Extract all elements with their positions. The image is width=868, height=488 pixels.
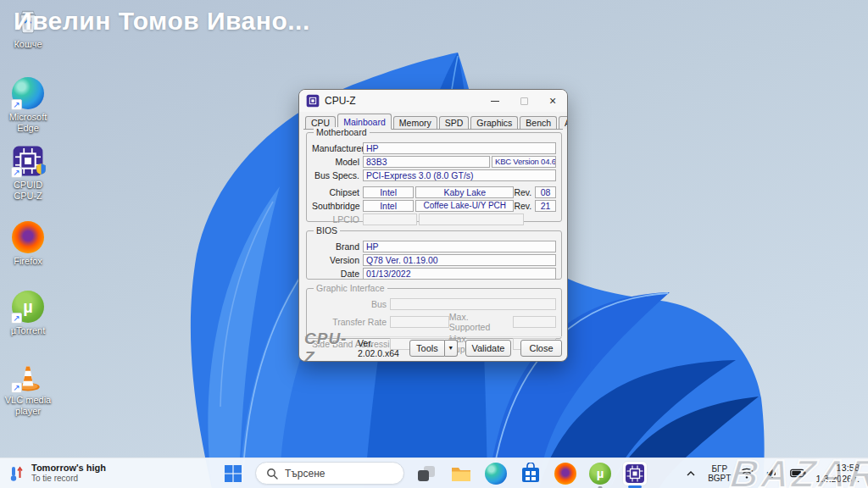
edge-icon: ↗ (11, 76, 45, 110)
close-dialog-button[interactable]: Close (520, 340, 562, 357)
search-box[interactable] (255, 462, 404, 485)
bus-specs-value: PCI-Express 3.0 (8.0 GT/s) (363, 169, 556, 181)
shortcut-arrow-icon: ↗ (11, 99, 22, 110)
utorrent-icon: µ ↗ (11, 290, 45, 324)
language-indicator[interactable]: БГР BGPT (708, 464, 731, 483)
graphic-interface-legend: Graphic Interface (314, 283, 387, 293)
utorrent-glyph: µ (23, 297, 33, 317)
manufacturer-value: HP (363, 142, 556, 154)
firefox-icon (11, 220, 45, 254)
gi-bus-field (390, 298, 556, 310)
minimize-icon (491, 101, 499, 102)
chipset-name-value: Kaby Lake (415, 186, 514, 198)
taskbar-microsoft-store[interactable] (518, 461, 543, 486)
gi-transfer-rate-field (390, 316, 449, 328)
keyboard-layout-code: BGPT (708, 474, 731, 483)
active-window-indicator (628, 485, 642, 488)
desktop-icon-label: Кошче (14, 39, 42, 50)
tab-bench[interactable]: Bench (520, 116, 557, 129)
listing-title-overlay: Ивелин Томов Ивано... (14, 7, 310, 36)
desktop-icon-label: µTorrent (11, 325, 46, 336)
bios-date-label: Date (312, 269, 359, 279)
model-label: Model (312, 157, 359, 167)
kbc-version-value: KBC Version 04.6D.00 (492, 156, 556, 168)
desktop-icon-firefox[interactable]: Firefox (2, 220, 54, 267)
model-value: 83B3 (363, 156, 490, 168)
weather-headline: Tomorrow's high (31, 463, 106, 474)
close-icon: × (549, 95, 556, 107)
bios-date-value: 01/13/2022 (363, 268, 556, 280)
chipset-vendor-value: Intel (363, 186, 414, 198)
southbridge-label: Southbridge (312, 201, 359, 211)
firefox-icon (554, 463, 576, 485)
desktop-icon-vlc[interactable]: ↗ VLC media player (2, 359, 54, 417)
tab-spd[interactable]: SPD (439, 116, 470, 129)
validate-button[interactable]: Validate (465, 340, 511, 357)
bios-version-label: Version (312, 255, 359, 265)
cpuz-version: Ver. 2.02.0.x64 (358, 338, 409, 358)
window-title-bar[interactable]: CPU-Z × (299, 90, 567, 112)
taskbar-file-explorer[interactable] (448, 461, 474, 486)
cpuz-app-icon (625, 463, 645, 484)
taskbar-firefox[interactable] (553, 461, 578, 486)
shortcut-arrow-icon: ↗ (11, 382, 22, 393)
taskbar-cpuz-active[interactable] (622, 461, 648, 486)
close-button[interactable]: × (538, 90, 567, 112)
chipset-label: Chipset (312, 187, 359, 197)
gi-bus-label: Bus (312, 299, 387, 309)
taskbar-utorrent[interactable]: µ (587, 461, 613, 486)
bus-specs-label: Bus Specs. (312, 170, 359, 180)
desktop-icon-utorrent[interactable]: µ ↗ µTorrent (2, 290, 54, 336)
edge-icon (485, 463, 507, 485)
bios-legend: BIOS (314, 225, 340, 236)
motherboard-legend: Motherboard (314, 127, 370, 137)
cpuz-window: CPU-Z × CPU Mainboard Memory SPD Graphic… (298, 89, 568, 362)
chipset-rev-label: Rev. (514, 187, 531, 197)
task-view-button[interactable] (414, 461, 439, 486)
southbridge-rev-value: 21 (535, 200, 556, 212)
motherboard-group: Motherboard Manufacturer HP Model 83B3 K… (306, 132, 562, 222)
shortcut-arrow-icon: ↗ (11, 313, 22, 324)
window-title: CPU-Z (325, 95, 356, 107)
southbridge-vendor-value: Intel (363, 200, 414, 212)
gi-max-supported-label: Max. Supported (449, 312, 510, 332)
minimize-button[interactable] (481, 90, 509, 112)
gi-transfer-rate-label: Transfer Rate (312, 317, 387, 327)
desktop-icon-cpuid-cpuz[interactable]: ↗ CPUID CPU-Z (2, 144, 54, 202)
windows-logo-icon (224, 464, 242, 483)
microsoft-store-icon (520, 463, 542, 485)
desktop: Ивелин Томов Ивано... Кошче ↗ Microsoft … (0, 0, 868, 488)
tab-memory[interactable]: Memory (393, 116, 437, 129)
chevron-down-icon: ▼ (448, 345, 453, 351)
weather-subtext: To tie record (31, 474, 106, 484)
manufacturer-label: Manufacturer (312, 143, 359, 153)
cpuz-titlebar-icon (306, 94, 320, 108)
taskbar-edge[interactable] (483, 461, 509, 486)
file-explorer-icon (450, 463, 472, 485)
tray-overflow-button[interactable] (682, 461, 700, 486)
language-code: БГР (708, 464, 731, 474)
cpuz-app-icon: ↗ (11, 144, 45, 178)
tools-dropdown-button[interactable]: ▼ (445, 340, 458, 357)
desktop-icon-label: VLC media player (3, 395, 53, 417)
utorrent-icon: µ (589, 463, 611, 485)
desktop-icon-label: Microsoft Edge (3, 112, 53, 134)
chevron-up-icon (686, 470, 696, 477)
watermark-text: BAZAR (728, 451, 868, 488)
tab-graphics[interactable]: Graphics (470, 116, 518, 129)
desktop-icon-label: CPUID CPU-Z (2, 180, 54, 202)
start-button[interactable] (220, 461, 246, 486)
maximize-button (509, 90, 538, 112)
tab-about[interactable]: About (559, 116, 568, 129)
widgets-button[interactable]: Tomorrow's high To tie record (8, 463, 106, 484)
lpcio-vendor-field (363, 214, 417, 225)
uac-shield-icon (36, 163, 47, 179)
desktop-icon-microsoft-edge[interactable]: ↗ Microsoft Edge (2, 76, 54, 134)
task-view-icon (418, 466, 435, 481)
southbridge-rev-label: Rev. (514, 201, 531, 211)
search-input[interactable] (285, 468, 387, 480)
thermometer-icon (8, 464, 25, 483)
southbridge-name-value: Coffee Lake-U/Y PCH (415, 200, 514, 212)
tools-button[interactable]: Tools (409, 340, 445, 357)
desktop-icon-label: Firefox (14, 256, 42, 267)
